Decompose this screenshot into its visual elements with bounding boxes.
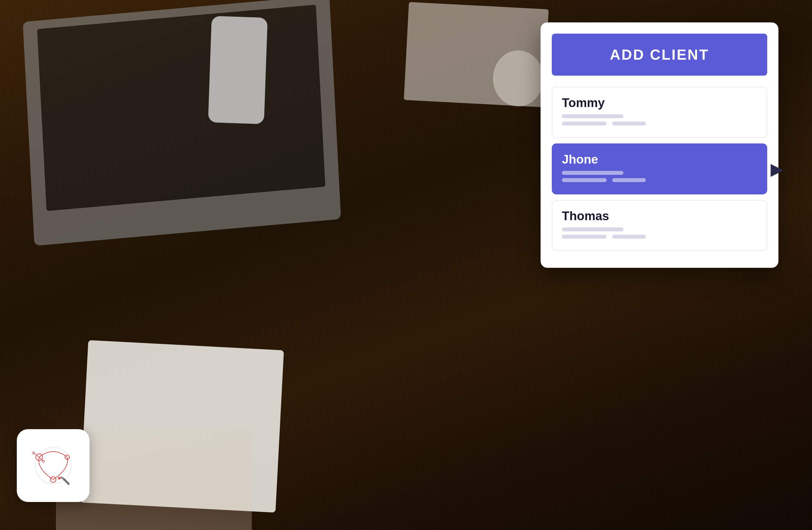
meta-bar xyxy=(562,171,623,175)
client-meta-jhone-row1 xyxy=(562,171,757,175)
svg-point-8 xyxy=(58,477,61,479)
meta-bar xyxy=(562,178,607,182)
meta-bar xyxy=(562,235,607,239)
meta-bar xyxy=(612,178,646,182)
phone-decoration xyxy=(208,16,267,124)
client-meta-thomas-row2 xyxy=(562,235,757,239)
client-card-tommy[interactable]: Tommy xyxy=(552,87,767,138)
meta-bar xyxy=(612,235,646,239)
app-icon-svg xyxy=(28,441,78,491)
meta-bar xyxy=(562,227,623,232)
client-meta-tommy-row2 xyxy=(562,122,757,125)
laptop-decoration xyxy=(23,0,341,246)
svg-point-0 xyxy=(35,447,71,484)
main-panel: ADD CLIENT Tommy Jhone ▶ Thomas xyxy=(540,23,779,268)
client-name-tommy: Tommy xyxy=(562,96,757,110)
client-name-jhone: Jhone xyxy=(562,152,757,166)
client-meta-tommy-row1 xyxy=(562,114,757,118)
client-meta-thomas-row1 xyxy=(562,227,757,232)
client-name-thomas: Thomas xyxy=(562,209,757,223)
laptop-screen xyxy=(37,5,325,211)
client-card-thomas[interactable]: Thomas xyxy=(552,200,767,251)
coffee-decoration xyxy=(493,51,543,107)
app-icon-inner xyxy=(28,441,78,491)
add-client-button[interactable]: ADD CLIENT xyxy=(552,33,767,75)
meta-bar xyxy=(562,114,623,118)
cursor-pointer: ▶ xyxy=(771,159,783,179)
app-icon[interactable] xyxy=(17,429,89,502)
client-meta-jhone-row2 xyxy=(562,178,757,182)
client-card-jhone[interactable]: Jhone ▶ xyxy=(552,143,767,194)
meta-bar xyxy=(562,122,607,125)
meta-bar xyxy=(612,122,646,125)
